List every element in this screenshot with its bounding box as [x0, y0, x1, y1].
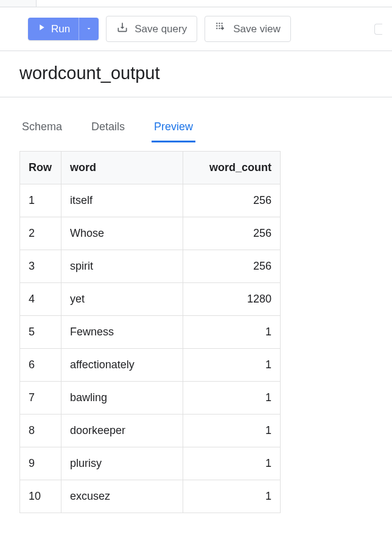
cell-row-number: 2: [20, 217, 61, 250]
cell-word-count: 1: [183, 415, 281, 447]
table-row: 3spirit256: [20, 250, 281, 283]
run-button-group: Run: [28, 18, 99, 40]
header-row: Row: [20, 152, 61, 184]
cell-word: spirit: [61, 250, 183, 283]
table-row: 6affectionately1: [20, 349, 281, 382]
svg-point-0: [216, 23, 217, 24]
cell-word-count: 256: [183, 184, 281, 217]
save-view-button[interactable]: Save view: [205, 16, 290, 42]
preview-table: Row word word_count 1itself2562Whose2563…: [19, 151, 281, 513]
cell-row-number: 6: [20, 349, 61, 382]
cell-row-number: 7: [20, 382, 61, 415]
cell-word-count: 1: [183, 349, 281, 382]
cell-word: itself: [61, 184, 183, 217]
run-button[interactable]: Run: [28, 18, 79, 40]
table-row: 1itself256: [20, 184, 281, 217]
table-row: 9plurisy1: [20, 447, 281, 480]
cell-row-number: 8: [20, 415, 61, 447]
play-icon: [37, 23, 46, 35]
tab-label: Schema: [22, 121, 62, 133]
cell-word-count: 1: [183, 382, 281, 415]
tab-details[interactable]: Details: [89, 116, 127, 142]
tab-schema[interactable]: Schema: [19, 116, 65, 142]
run-button-label: Run: [51, 23, 70, 35]
cell-row-number: 9: [20, 447, 61, 480]
chevron-down-icon: [85, 24, 93, 35]
header-word: word: [61, 152, 183, 184]
svg-point-6: [216, 28, 217, 29]
table-row: 7bawling1: [20, 382, 281, 415]
top-tab-cell: [0, 0, 37, 7]
table-row: 10excusez1: [20, 480, 281, 513]
cell-word-count: 1: [183, 316, 281, 349]
save-query-button[interactable]: Save query: [106, 16, 197, 42]
tabs: SchemaDetailsPreview: [0, 116, 392, 142]
table-save-icon: [215, 21, 227, 37]
cell-word-count: 256: [183, 217, 281, 250]
run-dropdown-button[interactable]: [79, 18, 99, 40]
cell-word: Fewness: [61, 316, 183, 349]
tab-preview[interactable]: Preview: [152, 116, 195, 142]
cell-word: affectionately: [61, 349, 183, 382]
cell-word-count: 256: [183, 250, 281, 283]
table-row: 4yet1280: [20, 283, 281, 316]
tab-label: Details: [91, 121, 125, 133]
table-row: 2Whose256: [20, 217, 281, 250]
svg-point-2: [222, 23, 223, 24]
cell-word: doorkeeper: [61, 415, 183, 447]
cell-word: bawling: [61, 382, 183, 415]
save-view-label: Save view: [233, 23, 280, 35]
cell-row-number: 10: [20, 480, 61, 513]
cell-row-number: 1: [20, 184, 61, 217]
svg-point-7: [219, 28, 220, 29]
cell-word: Whose: [61, 217, 183, 250]
tab-label: Preview: [154, 121, 193, 133]
table-row: 8doorkeeper1: [20, 415, 281, 447]
page-title: wordcount_output: [0, 51, 392, 97]
cell-row-number: 3: [20, 250, 61, 283]
svg-point-4: [219, 25, 220, 26]
table-row: 5Fewness1: [20, 316, 281, 349]
cell-word: yet: [61, 283, 183, 316]
table-header-row: Row word word_count: [20, 152, 281, 184]
cell-row-number: 4: [20, 283, 61, 316]
cell-word: plurisy: [61, 447, 183, 480]
cell-word-count: 1: [183, 447, 281, 480]
cell-word-count: 1: [183, 480, 281, 513]
header-word-count: word_count: [183, 152, 281, 184]
cell-word: excusez: [61, 480, 183, 513]
svg-point-5: [222, 25, 223, 26]
toolbar: Run Save query Save view: [0, 7, 392, 51]
download-icon: [116, 21, 128, 37]
cell-row-number: 5: [20, 316, 61, 349]
top-tab-strip: [0, 0, 392, 7]
svg-point-1: [219, 23, 220, 24]
cell-word-count: 1280: [183, 283, 281, 316]
overflow-button[interactable]: [374, 24, 382, 35]
save-query-label: Save query: [135, 23, 187, 35]
svg-point-3: [216, 25, 217, 26]
